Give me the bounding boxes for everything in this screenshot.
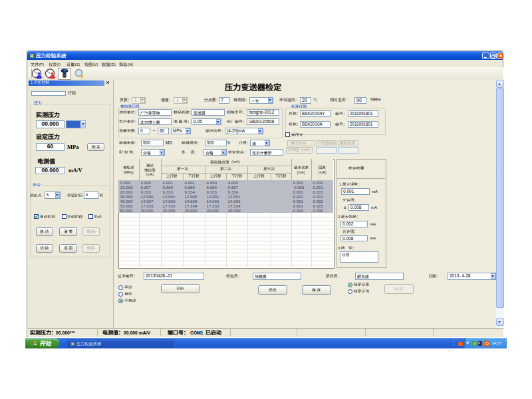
- svg-text:mA: mA: [147, 173, 153, 176]
- svg-text:2.: 2.: [338, 215, 341, 219]
- svg-text:mA: mA: [299, 171, 305, 174]
- svg-text:mA: mA: [303, 148, 309, 152]
- svg-text:3.: 3.: [338, 246, 341, 250]
- svg-text:(H): (H): [127, 63, 133, 66]
- svg-text:MPa: MPa: [125, 171, 133, 174]
- svg-text:+: +: [94, 229, 96, 233]
- svg-text:(V): (V): [92, 63, 98, 66]
- svg-text:1.: 1.: [339, 182, 342, 186]
- svg-text:-: -: [94, 246, 96, 250]
- svg-text:(D): (D): [110, 63, 116, 66]
- svg-text:(S): (S): [74, 63, 80, 66]
- svg-text:(I): (I): [57, 63, 61, 66]
- svg-text:mA: mA: [319, 171, 325, 174]
- svg-text:(F): (F): [39, 63, 44, 66]
- svg-text:mA: mA: [233, 160, 239, 164]
